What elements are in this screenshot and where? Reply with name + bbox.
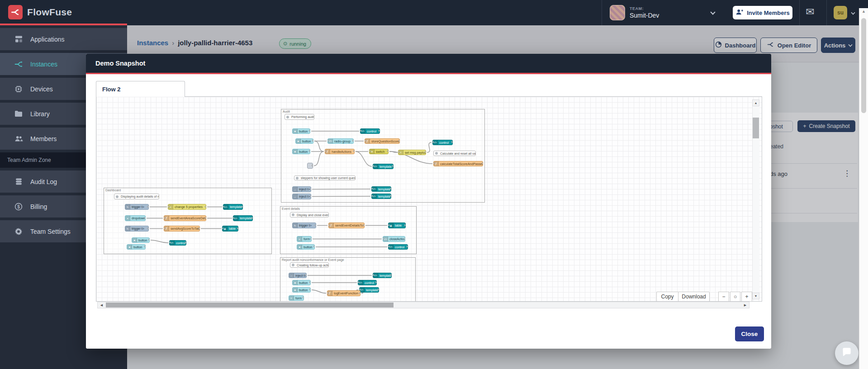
- flow-node-table: ▦table: [222, 226, 238, 232]
- node-type-icon: ■: [297, 245, 302, 249]
- zoom-reset-button[interactable]: ○: [730, 292, 740, 302]
- team-avatar[interactable]: [610, 5, 625, 20]
- node-output-port: [378, 289, 379, 290]
- node-label: Performing audit: [290, 114, 314, 119]
- node-type-icon: ↻: [293, 223, 298, 228]
- apps-icon: [14, 35, 24, 43]
- flow-canvas[interactable]: Copy Download − ○ + ▲ ▼ AuditDashboardEv…: [96, 96, 762, 302]
- node-type-icon: →: [293, 187, 298, 192]
- node-label: calculateTotalScoreAndPassedAudit: [439, 161, 483, 166]
- node-type-icon: ■: [293, 129, 298, 133]
- node-label: table: [394, 223, 403, 228]
- node-output-port: [251, 217, 253, 219]
- flow-node-performing-audit: Performing audit: [285, 114, 314, 120]
- node-label: button: [298, 288, 309, 292]
- node-output-port: [387, 150, 389, 152]
- node-output-port: [392, 165, 394, 167]
- invite-members-button[interactable]: Invite Members: [733, 6, 792, 19]
- node-input-port: [358, 281, 359, 283]
- node-output-port: [309, 281, 311, 283]
- flow-node-logeventfunction: ƒlogEventFunction: [327, 290, 360, 296]
- node-label: storeQuestionScore: [370, 139, 400, 143]
- browser-scrollbar[interactable]: ▲: [859, 8, 868, 369]
- node-type-icon: ▾: [125, 216, 130, 221]
- team-name[interactable]: Sumit-Dev: [630, 12, 659, 19]
- node-output-port: [375, 281, 377, 283]
- vscroll-thumb[interactable]: [753, 118, 759, 138]
- node-label: template: [228, 204, 243, 209]
- node-label: inject t>: [294, 273, 307, 278]
- canvas-copy-download-group: Copy Download: [656, 292, 710, 302]
- node-input-port: [388, 246, 389, 247]
- node-label: inject t>: [298, 187, 311, 192]
- node-label: set msg.payload: [403, 150, 426, 155]
- flow-node-button: ■button: [297, 244, 315, 250]
- flow-node-storequestionscore: ƒstoreQuestionScore: [365, 138, 400, 144]
- node-label: logEventFunction: [332, 291, 360, 296]
- flow-node-set-msg-payload: ×set msg.payload: [398, 150, 426, 155]
- sidebar-item-applications[interactable]: Applications: [0, 28, 127, 50]
- flow-node-inject-t: →inject t>: [289, 273, 307, 278]
- scrollbar-up-icon[interactable]: ▲: [859, 9, 868, 14]
- canvas-vertical-scrollbar[interactable]: ▲ ▼: [752, 99, 759, 299]
- flow-node-template: </>template: [371, 186, 391, 192]
- close-button[interactable]: Close: [735, 326, 764, 341]
- invite-user-plus-icon: [735, 9, 744, 17]
- scroll-left-icon[interactable]: ◀: [98, 302, 105, 308]
- node-label: template: [365, 288, 379, 292]
- scrollbar-thumb[interactable]: [861, 18, 866, 113]
- scroll-down-icon[interactable]: ▼: [752, 293, 759, 299]
- flow-node-radio-group: </>radio-group: [327, 138, 354, 144]
- node-output-port: [390, 274, 392, 276]
- chat-widget-button[interactable]: [835, 341, 859, 365]
- hscroll-thumb[interactable]: [106, 303, 394, 308]
- flow-node-sendavgscoretotable: ƒsendAvgScoreToTable: [164, 226, 200, 232]
- tab-flow-2[interactable]: Flow 2: [96, 81, 185, 97]
- node-label: radio-group: [333, 139, 352, 143]
- gear-icon: [14, 227, 24, 236]
- flowfuse-logo-icon: [8, 5, 23, 19]
- modal-title: Demo Snapshot: [95, 60, 145, 67]
- zoom-in-button[interactable]: +: [741, 292, 752, 302]
- node-type-icon: ≡: [289, 296, 294, 300]
- flow-node-calculatetotalscoreandpassedaudit: ƒcalculateTotalScoreAndPassedAudit: [433, 161, 483, 166]
- user-chevron-down-icon[interactable]: [851, 10, 855, 14]
- app-logo[interactable]: FlowFuse: [8, 5, 72, 19]
- node-input-port: [398, 151, 399, 153]
- flow-node-template: </>template: [233, 215, 253, 221]
- node-input-port: [383, 238, 384, 240]
- flow-node-button: ■button: [292, 280, 311, 285]
- team-chevron-down-icon[interactable]: [710, 9, 715, 14]
- node-label: trigger t>: [130, 226, 146, 231]
- node-output-port: [482, 162, 483, 164]
- node-label: Calculate and reset all variable: [439, 151, 476, 156]
- node-label: sendAvgScoreToTable: [169, 226, 200, 231]
- node-input-port: [164, 217, 165, 219]
- node-output-port: [310, 195, 311, 197]
- scroll-right-icon[interactable]: ▶: [741, 302, 749, 308]
- app-title: FlowFuse: [27, 7, 72, 18]
- sidebar-item-label: Team Settings: [30, 228, 71, 235]
- node-output-port: [147, 206, 149, 208]
- node-input-port: [373, 274, 374, 276]
- node-type-icon: ■: [293, 280, 298, 285]
- flow-node-control: </>control: [169, 240, 186, 246]
- node-input-port: [327, 292, 328, 294]
- user-avatar[interactable]: su: [834, 6, 847, 19]
- modal-header: Demo Snapshot: [86, 54, 771, 73]
- demo-snapshot-modal: Demo Snapshot Flow 2 Copy Download − ○ +…: [86, 54, 771, 349]
- flow-node-button: ■button: [127, 244, 146, 250]
- flow-node-dropdown: ▾dropdown: [125, 215, 146, 221]
- node-label: [308, 163, 310, 168]
- flow-node-template: </>template: [223, 204, 243, 210]
- mail-icon[interactable]: ✉: [806, 6, 814, 18]
- flow-node-creating-follow-up-action: Creating follow-up action: [290, 262, 329, 268]
- node-label: switch: [375, 149, 386, 154]
- canvas-horizontal-scrollbar[interactable]: ◀ ▶: [97, 302, 749, 308]
- download-button[interactable]: Download: [678, 292, 710, 302]
- flow-node-control: </>control: [432, 140, 453, 145]
- scroll-up-icon[interactable]: ▲: [752, 99, 759, 106]
- node-input-port: [369, 150, 370, 152]
- copy-button[interactable]: Copy: [656, 292, 678, 302]
- zoom-out-button[interactable]: −: [718, 292, 729, 302]
